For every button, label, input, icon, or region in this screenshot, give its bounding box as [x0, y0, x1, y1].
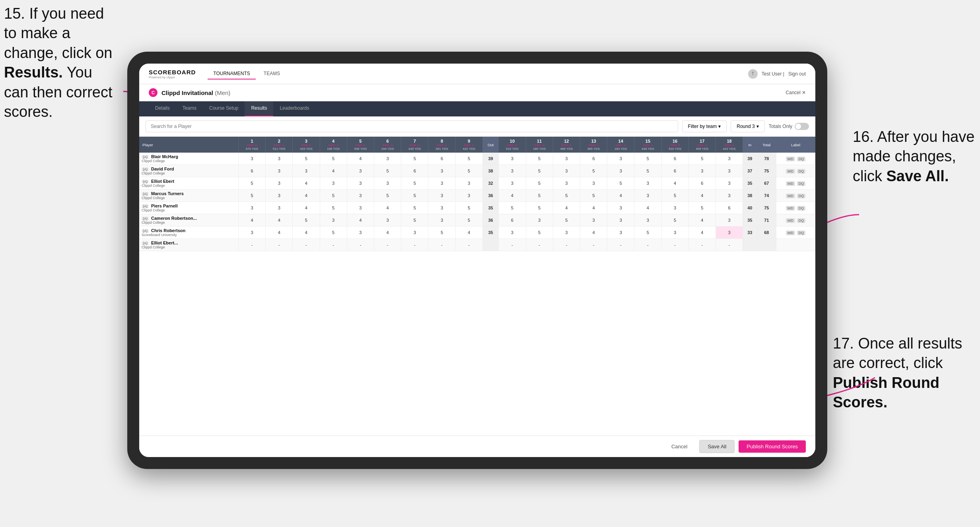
hole-2-score[interactable]: 3	[266, 153, 293, 165]
hole-5-score[interactable]: -	[347, 239, 374, 251]
hole-4-score[interactable]: -	[320, 239, 347, 251]
wd-label[interactable]: WD	[786, 181, 795, 186]
hole-17-score[interactable]: 4	[688, 190, 716, 202]
hole-9-score[interactable]: -	[455, 239, 482, 251]
hole-6-score[interactable]: 4	[374, 202, 401, 214]
hole-7-score[interactable]: 5	[401, 177, 428, 190]
hole-13-score[interactable]: 6	[580, 153, 607, 165]
hole-9-score[interactable]: 5	[455, 153, 482, 165]
hole-4-score[interactable]: 3	[320, 214, 347, 227]
signout-link[interactable]: Sign out	[788, 71, 806, 77]
hole-18-score[interactable]: 6	[716, 202, 743, 214]
hole-14-score[interactable]: 3	[607, 165, 634, 177]
hole-12-score[interactable]: 3	[553, 153, 580, 165]
tab-leaderboards[interactable]: Leaderboards	[273, 101, 315, 116]
hole-1-score[interactable]: 4	[238, 214, 265, 227]
hole-4-score[interactable]: 3	[320, 177, 347, 190]
hole-9-score[interactable]: 5	[455, 214, 482, 227]
hole-7-score[interactable]: 5	[401, 153, 428, 165]
hole-8-score[interactable]: 3	[428, 214, 455, 227]
hole-1-score[interactable]: -	[238, 239, 265, 251]
hole-5-score[interactable]: 3	[347, 227, 374, 239]
totals-only-toggle[interactable]: Totals Only	[769, 123, 809, 130]
hole-7-score[interactable]: 5	[401, 214, 428, 227]
hole-11-score[interactable]: 5	[526, 227, 553, 239]
hole-18-score[interactable]: 3	[716, 214, 743, 227]
hole-4-score[interactable]: 5	[320, 153, 347, 165]
dq-label[interactable]: DQ	[797, 218, 806, 223]
scores-container[interactable]: Player 1 PAR: 4 370 YDS 2 PAR: 5 511 YDS	[139, 137, 815, 436]
hole-4-score[interactable]: 5	[320, 190, 347, 202]
hole-17-score[interactable]: 5	[688, 153, 716, 165]
cancel-button[interactable]: Cancel	[663, 440, 695, 453]
hole-14-score[interactable]: -	[607, 239, 634, 251]
hole-17-score[interactable]: 4	[688, 214, 716, 227]
dq-label[interactable]: DQ	[797, 157, 806, 161]
hole-12-score[interactable]: 4	[553, 202, 580, 214]
hole-15-score[interactable]: 3	[634, 190, 661, 202]
hole-2-score[interactable]: 3	[266, 177, 293, 190]
nav-teams[interactable]: TEAMS	[258, 68, 286, 79]
dq-label[interactable]: DQ	[797, 206, 806, 211]
hole-18-score[interactable]: 3	[716, 227, 743, 239]
hole-10-score[interactable]: 3	[499, 177, 526, 190]
tab-results[interactable]: Results	[245, 101, 273, 116]
hole-12-score[interactable]: -	[553, 239, 580, 251]
hole-13-score[interactable]: 5	[580, 165, 607, 177]
hole-1-score[interactable]: 5	[238, 177, 265, 190]
nav-tournaments[interactable]: TOURNAMENTS	[208, 68, 255, 79]
dq-label[interactable]: DQ	[797, 169, 806, 174]
hole-2-score[interactable]: -	[266, 239, 293, 251]
hole-6-score[interactable]: 5	[374, 190, 401, 202]
hole-8-score[interactable]: 3	[428, 202, 455, 214]
hole-11-score[interactable]: 5	[526, 202, 553, 214]
hole-18-score[interactable]: -	[716, 239, 743, 251]
hole-12-score[interactable]: 3	[553, 165, 580, 177]
hole-10-score[interactable]: 4	[499, 190, 526, 202]
hole-1-score[interactable]: 3	[238, 202, 265, 214]
wd-label[interactable]: WD	[786, 231, 795, 235]
hole-3-score[interactable]: 4	[293, 202, 320, 214]
hole-6-score[interactable]: 3	[374, 214, 401, 227]
hole-4-score[interactable]: 4	[320, 165, 347, 177]
hole-3-score[interactable]: 3	[293, 165, 320, 177]
hole-9-score[interactable]: 4	[455, 227, 482, 239]
hole-16-score[interactable]: -	[661, 239, 688, 251]
hole-8-score[interactable]: 3	[428, 165, 455, 177]
hole-14-score[interactable]: 3	[607, 153, 634, 165]
hole-15-score[interactable]: 5	[634, 165, 661, 177]
hole-16-score[interactable]: 4	[661, 177, 688, 190]
wd-label[interactable]: WD	[786, 157, 795, 161]
hole-16-score[interactable]: 6	[661, 153, 688, 165]
hole-7-score[interactable]: 5	[401, 202, 428, 214]
hole-15-score[interactable]: 3	[634, 177, 661, 190]
hole-8-score[interactable]: 6	[428, 153, 455, 165]
hole-18-score[interactable]: 3	[716, 165, 743, 177]
hole-17-score[interactable]: 5	[688, 202, 716, 214]
hole-14-score[interactable]: 4	[607, 190, 634, 202]
hole-2-score[interactable]: 3	[266, 165, 293, 177]
hole-7-score[interactable]: 5	[401, 190, 428, 202]
hole-12-score[interactable]: 5	[553, 214, 580, 227]
publish-round-scores-button[interactable]: Publish Round Scores	[739, 440, 806, 453]
hole-11-score[interactable]: 3	[526, 214, 553, 227]
hole-3-score[interactable]: 4	[293, 190, 320, 202]
dq-label[interactable]: DQ	[797, 231, 806, 235]
hole-10-score[interactable]: 3	[499, 153, 526, 165]
hole-17-score[interactable]: 3	[688, 165, 716, 177]
hole-5-score[interactable]: 4	[347, 214, 374, 227]
filter-by-team-button[interactable]: Filter by team ▾	[682, 120, 727, 132]
hole-7-score[interactable]: -	[401, 239, 428, 251]
hole-13-score[interactable]: 4	[580, 202, 607, 214]
hole-5-score[interactable]: 3	[347, 165, 374, 177]
hole-1-score[interactable]: 5	[238, 190, 265, 202]
hole-7-score[interactable]: 3	[401, 227, 428, 239]
toggle-switch[interactable]	[795, 123, 809, 130]
hole-6-score[interactable]: 3	[374, 177, 401, 190]
hole-8-score[interactable]: 3	[428, 190, 455, 202]
hole-2-score[interactable]: 3	[266, 190, 293, 202]
hole-6-score[interactable]: 4	[374, 227, 401, 239]
hole-12-score[interactable]: 5	[553, 190, 580, 202]
hole-2-score[interactable]: 4	[266, 227, 293, 239]
hole-11-score[interactable]: 5	[526, 190, 553, 202]
